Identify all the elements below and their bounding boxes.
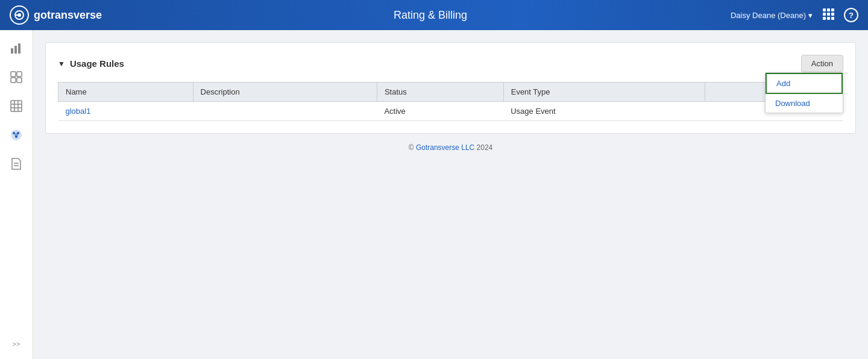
collapse-arrow-icon[interactable]: ▼: [58, 60, 65, 68]
action-dropdown-menu: Add Download: [765, 72, 843, 113]
svg-rect-7: [827, 13, 830, 16]
app-name-label: gotransverse: [34, 9, 102, 22]
svg-point-25: [13, 132, 15, 134]
svg-rect-8: [831, 13, 834, 16]
sidebar-expand-button[interactable]: >>: [4, 335, 28, 353]
svg-rect-12: [11, 48, 13, 54]
cell-event-type: Usage Event: [503, 102, 705, 121]
svg-rect-18: [17, 78, 22, 83]
sidebar-item-palette[interactable]: [4, 123, 28, 147]
sidebar-item-dashboard[interactable]: [4, 36, 28, 60]
svg-rect-19: [11, 101, 22, 111]
footer-copyright: ©: [409, 143, 416, 152]
svg-rect-3: [823, 8, 826, 11]
dropdown-item-download[interactable]: Download: [766, 94, 843, 113]
svg-rect-6: [823, 13, 826, 16]
dropdown-item-add[interactable]: Add: [766, 73, 843, 94]
svg-rect-16: [17, 72, 22, 76]
content-area: ▼ Usage Rules Action Add Download Name: [33, 30, 868, 359]
sidebar-item-document[interactable]: [4, 152, 28, 176]
footer-company-link[interactable]: Gotransverse LLC: [416, 143, 474, 152]
cell-description: [193, 102, 377, 121]
svg-point-28: [14, 133, 18, 137]
app-logo[interactable]: gotransverse: [10, 5, 130, 25]
sidebar-item-grid[interactable]: [4, 94, 28, 118]
sidebar-item-analytics[interactable]: [4, 65, 28, 89]
logo-icon: [10, 5, 29, 25]
footer: © Gotransverse LLC 2024: [45, 134, 856, 161]
table-header: Name Description Status Event Type Actio…: [58, 83, 843, 102]
col-header-event-type: Event Type: [503, 83, 705, 102]
svg-rect-5: [831, 8, 834, 11]
table-row: global1 Active Usage Event: [58, 102, 843, 121]
svg-rect-17: [11, 78, 16, 83]
section-header: ▼ Usage Rules Action Add Download: [58, 55, 843, 72]
col-header-name: Name: [58, 83, 193, 102]
svg-rect-14: [18, 43, 20, 54]
user-menu[interactable]: Daisy Deane (Deane) ▾: [731, 11, 813, 20]
svg-rect-10: [827, 17, 830, 20]
svg-point-1: [17, 13, 21, 17]
svg-rect-9: [823, 17, 826, 20]
table-header-row: Name Description Status Event Type Actio…: [58, 83, 843, 102]
svg-rect-4: [827, 8, 830, 11]
table-body: global1 Active Usage Event: [58, 102, 843, 121]
cell-name: global1: [58, 102, 193, 121]
sidebar: >>: [0, 30, 33, 359]
page-title: Rating & Billing: [130, 9, 731, 22]
section-title-label: Usage Rules: [70, 58, 124, 69]
usage-rules-card: ▼ Usage Rules Action Add Download Name: [45, 42, 856, 134]
svg-rect-15: [11, 72, 16, 76]
cell-status: Active: [377, 102, 503, 121]
action-button[interactable]: Action: [801, 55, 843, 72]
usage-rules-table: Name Description Status Event Type Actio…: [58, 82, 843, 121]
nav-right-section: Daisy Deane (Deane) ▾ ?: [731, 8, 858, 23]
svg-rect-13: [14, 46, 17, 54]
user-dropdown-arrow: ▾: [808, 11, 813, 20]
section-title-group: ▼ Usage Rules: [58, 58, 124, 69]
row-name-link[interactable]: global1: [66, 107, 91, 116]
footer-year: 2024: [474, 143, 492, 152]
main-layout: >> ▼ Usage Rules Action Add Download: [0, 30, 868, 359]
help-icon[interactable]: ?: [844, 8, 858, 22]
top-navigation: gotransverse Rating & Billing Daisy Dean…: [0, 0, 868, 30]
col-header-description: Description: [193, 83, 377, 102]
col-header-status: Status: [377, 83, 503, 102]
action-dropdown-container: Action Add Download: [801, 55, 843, 72]
svg-rect-11: [831, 17, 834, 20]
grid-icon[interactable]: [822, 8, 834, 23]
user-name-label: Daisy Deane (Deane): [731, 11, 806, 20]
